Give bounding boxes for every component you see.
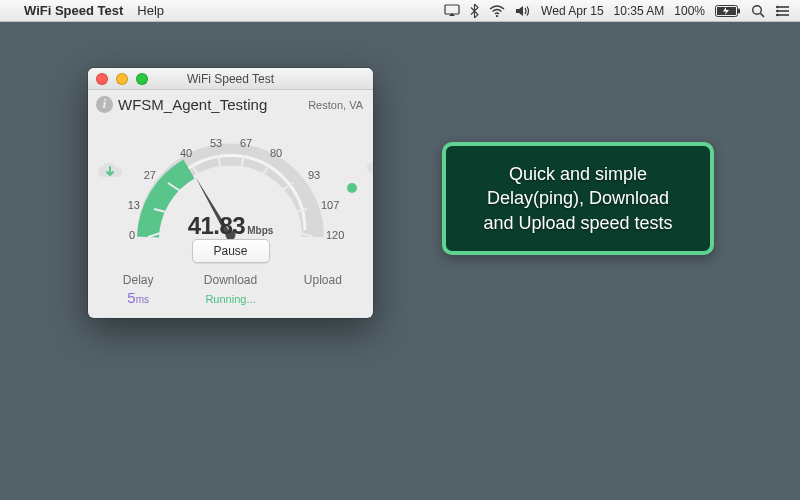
- pause-button[interactable]: Pause: [192, 239, 270, 263]
- menubar-right: Wed Apr 15 10:35 AM 100%: [444, 4, 800, 18]
- gauge-tick-2: 27: [144, 169, 156, 181]
- traffic-lights: [88, 73, 148, 85]
- app-window: WiFi Speed Test i WFSM_Agent_Testing Res…: [88, 68, 373, 318]
- stat-delay: Delay 5ms: [92, 273, 183, 306]
- minimize-button[interactable]: [116, 73, 128, 85]
- svg-point-12: [776, 13, 778, 15]
- info-icon[interactable]: i: [96, 96, 113, 113]
- svg-point-11: [776, 9, 778, 11]
- speed-readout: 41.83Mbps: [88, 212, 373, 240]
- svg-rect-4: [738, 8, 740, 13]
- gauge-tick-1: 13: [128, 199, 140, 211]
- window-titlebar[interactable]: WiFi Speed Test: [88, 68, 373, 90]
- svg-point-5: [753, 5, 762, 14]
- gauge-tick-7: 93: [308, 169, 320, 181]
- delay-value: 5ms: [92, 289, 183, 306]
- menubar-time[interactable]: 10:35 AM: [614, 4, 665, 18]
- macos-menubar: WiFi Speed Test Help Wed Apr 15 10:35 AM…: [0, 0, 800, 22]
- gauge-tick-6: 80: [270, 147, 282, 159]
- gauge-tick-3: 40: [180, 147, 192, 159]
- network-ssid: WFSM_Agent_Testing: [118, 96, 267, 113]
- close-button[interactable]: [96, 73, 108, 85]
- bluetooth-icon[interactable]: [470, 4, 479, 18]
- svg-rect-0: [445, 5, 459, 14]
- volume-icon[interactable]: [515, 5, 531, 17]
- battery-percent: 100%: [674, 4, 705, 18]
- server-location: Reston, VA: [308, 99, 363, 111]
- svg-point-10: [776, 5, 778, 7]
- wifi-icon[interactable]: [489, 5, 505, 17]
- gauge-tick-4: 53: [210, 137, 222, 149]
- stats-row: Delay 5ms Download Running... Upload: [88, 267, 373, 318]
- notifications-icon[interactable]: [775, 5, 790, 17]
- promo-text: Quick and simple Delay(ping), Download a…: [460, 162, 696, 235]
- airplay-icon[interactable]: [444, 4, 460, 17]
- svg-point-1: [496, 14, 498, 16]
- stat-download: Download Running...: [185, 273, 276, 306]
- menubar-app-name[interactable]: WiFi Speed Test: [24, 3, 123, 18]
- gauge-tick-8: 107: [321, 199, 339, 211]
- stat-upload: Upload: [277, 273, 368, 306]
- spotlight-icon[interactable]: [751, 4, 765, 18]
- battery-icon[interactable]: [715, 5, 741, 17]
- server-status-dot: [347, 183, 357, 193]
- promo-card: Quick and simple Delay(ping), Download a…: [442, 142, 714, 255]
- zoom-button[interactable]: [136, 73, 148, 85]
- window-header: i WFSM_Agent_Testing Reston, VA: [88, 90, 373, 115]
- delay-label: Delay: [92, 273, 183, 287]
- gauge-tick-5: 67: [240, 137, 252, 149]
- upload-label: Upload: [277, 273, 368, 287]
- menubar-left: WiFi Speed Test Help: [0, 3, 164, 18]
- menubar-date[interactable]: Wed Apr 15: [541, 4, 603, 18]
- menubar-help[interactable]: Help: [137, 3, 164, 18]
- download-value: Running...: [185, 293, 276, 305]
- speed-unit: Mbps: [247, 225, 273, 236]
- svg-line-6: [760, 13, 764, 17]
- speed-gauge: 0 13 27 40 53 67 80 93 107 120 41.83Mbps…: [88, 117, 373, 267]
- download-label: Download: [185, 273, 276, 287]
- speed-value: 41.83: [188, 212, 246, 239]
